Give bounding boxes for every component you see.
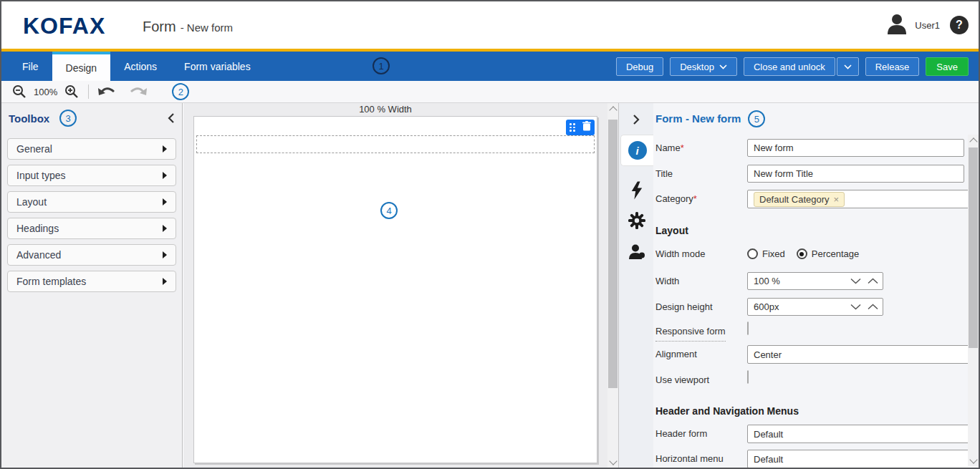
close-unlock-label: Close and unlock	[754, 62, 825, 72]
toolbox-item-layout[interactable]: Layout	[7, 191, 176, 213]
user-name: User1	[915, 20, 940, 31]
header-form-dropdown[interactable]: Default	[747, 425, 980, 443]
alignment-value: Center	[754, 349, 782, 360]
device-dropdown-button[interactable]: Desktop	[670, 57, 737, 76]
properties-panel: i Form - New form 5 Name*	[618, 103, 979, 468]
scroll-up-icon[interactable]	[968, 135, 979, 145]
alignment-dropdown[interactable]: Center	[747, 345, 980, 364]
width-value: 100 %	[754, 276, 780, 286]
scroll-up-icon[interactable]	[607, 103, 618, 114]
toolbox-item-form-templates[interactable]: Form templates	[7, 271, 176, 292]
toolbox-item-headings[interactable]: Headings	[7, 218, 176, 239]
save-button[interactable]: Save	[926, 57, 969, 76]
menu-tabs: File Design Actions Form variables	[9, 52, 264, 81]
layout-section-heading: Layout	[655, 225, 688, 236]
toolbox-item-general[interactable]: General	[7, 138, 176, 160]
alignment-row: Alignment Center	[655, 345, 964, 364]
zoom-out-icon[interactable]	[11, 84, 27, 100]
user-area: User1 ?	[885, 11, 969, 39]
properties-scrollbar-thumb[interactable]	[969, 148, 978, 348]
spinner-up-icon[interactable]	[868, 278, 878, 284]
tab-events[interactable]	[620, 175, 653, 206]
toolbox-title: Toolbox	[9, 112, 49, 125]
title-label: Title	[655, 165, 673, 183]
nav-section-heading: Header and Navigation Menus	[655, 405, 799, 417]
responsive-form-row: Responsive form	[655, 322, 964, 341]
scroll-down-icon[interactable]	[968, 455, 979, 466]
width-row: Width 100 %	[655, 272, 964, 291]
app-header: KOFAX Form- New form User1 ?	[1, 1, 979, 49]
menubar: File Design Actions Form variables 1 Deb…	[1, 52, 979, 81]
use-viewport-label: Use viewport	[655, 371, 709, 389]
properties-title-main: Form	[655, 112, 683, 125]
spinner-down-icon[interactable]	[850, 304, 861, 310]
tab-settings[interactable]	[620, 205, 653, 236]
radio-percentage[interactable]: Percentage	[797, 248, 860, 259]
chevron-down-icon	[719, 64, 727, 69]
scroll-down-icon[interactable]	[607, 457, 618, 468]
design-height-spinner[interactable]: 600px	[747, 298, 883, 316]
toolbox-item-label: Input types	[16, 170, 66, 181]
horizontal-menu-value: Default	[754, 454, 783, 465]
header-form-label: Header form	[655, 425, 707, 443]
canvas-width-label: 100 % Width	[183, 104, 587, 115]
name-input[interactable]	[747, 139, 964, 157]
help-icon[interactable]: ?	[950, 16, 969, 34]
alignment-label: Alignment	[655, 345, 697, 363]
spinner-up-icon[interactable]	[868, 304, 878, 310]
callout-1: 1	[373, 57, 390, 74]
use-viewport-row: Use viewport	[655, 371, 964, 390]
release-button[interactable]: Release	[865, 57, 920, 76]
use-viewport-checkbox[interactable]	[747, 370, 749, 384]
properties-title-sub: - New form	[686, 112, 741, 125]
responsive-form-checkbox[interactable]	[747, 321, 749, 335]
category-chip-label: Default Category	[759, 194, 830, 205]
delete-cell-icon[interactable]	[582, 121, 591, 134]
collapse-toolbox-icon[interactable]	[168, 113, 175, 123]
undo-icon[interactable]	[97, 86, 117, 97]
radio-fixed[interactable]: Fixed	[747, 248, 785, 259]
tab-actions[interactable]: Actions	[110, 52, 170, 81]
close-and-unlock-button[interactable]: Close and unlock	[744, 57, 835, 76]
toolbox-item-advanced[interactable]: Advanced	[7, 244, 176, 266]
callout-3: 3	[59, 110, 77, 127]
properties-content: Form - New form 5 Name* Title Category* …	[653, 103, 968, 468]
zoom-level: 100%	[34, 87, 57, 97]
header-form-value: Default	[754, 429, 783, 440]
close-unlock-arrow-button[interactable]	[837, 57, 859, 76]
radio-checked-icon	[797, 248, 807, 259]
radio-percentage-label: Percentage	[812, 248, 860, 259]
title-input[interactable]	[747, 165, 964, 183]
page-title-sub: - New form	[181, 21, 233, 34]
toolbox-item-label: Advanced	[16, 249, 61, 261]
zoom-in-icon[interactable]	[64, 84, 80, 100]
info-icon: i	[628, 141, 647, 160]
horizontal-menu-dropdown[interactable]: Default	[747, 450, 980, 468]
canvas-scrollbar-thumb[interactable]	[608, 120, 618, 388]
tab-general-properties[interactable]: i	[620, 135, 653, 166]
canvas-scrollbar	[607, 103, 618, 468]
title-row: Title	[655, 165, 964, 183]
redo-icon[interactable]	[128, 86, 148, 97]
form-dropzone[interactable]	[196, 135, 595, 153]
toolbox-header: Toolbox 3	[9, 109, 175, 127]
tab-form-variables[interactable]: Form variables	[170, 52, 264, 81]
tab-permissions[interactable]	[620, 236, 653, 268]
user-avatar-icon[interactable]	[885, 11, 909, 39]
width-spinner[interactable]: 100 %	[747, 272, 883, 290]
category-row: Category* Default Category ×	[655, 190, 964, 208]
tab-file[interactable]: File	[9, 52, 52, 81]
width-mode-row: Width mode Fixed Percentage	[655, 245, 964, 263]
tab-design[interactable]: Design	[52, 52, 111, 81]
expand-panel-icon[interactable]	[619, 115, 653, 125]
debug-button[interactable]: Debug	[616, 57, 663, 76]
chip-remove-icon[interactable]: ×	[834, 194, 840, 205]
kofax-logo: KOFAX	[23, 13, 105, 39]
name-label: Name*	[655, 139, 684, 157]
form-canvas[interactable]: 4	[193, 116, 597, 463]
toolbox-item-label: Headings	[16, 223, 59, 234]
drag-handle-icon[interactable]	[570, 123, 575, 132]
spinner-down-icon[interactable]	[850, 278, 861, 284]
category-combobox[interactable]: Default Category ×	[747, 190, 980, 208]
toolbox-item-input-types[interactable]: Input types	[7, 165, 176, 186]
